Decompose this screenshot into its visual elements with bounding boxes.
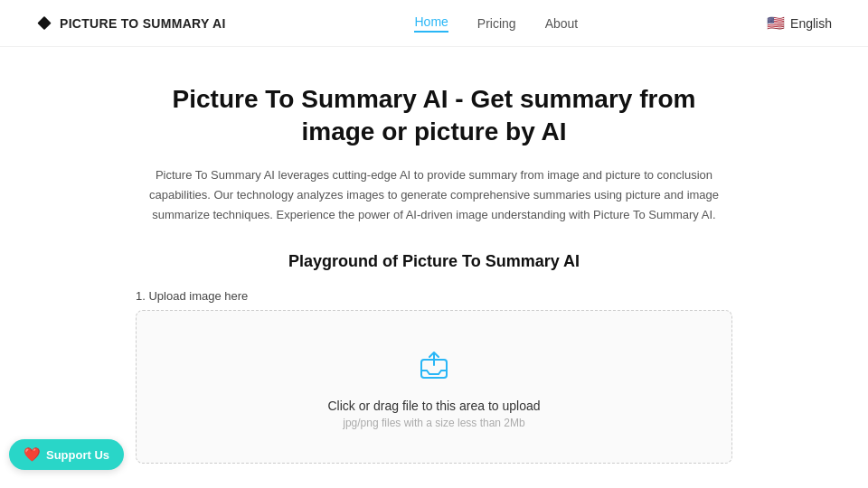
nav-about[interactable]: About: [545, 16, 579, 31]
upload-icon: [414, 345, 454, 388]
svg-rect-0: [37, 15, 51, 29]
nav-links: Home Pricing About: [414, 14, 578, 33]
heart-icon: ❤️: [24, 446, 41, 463]
support-label: Support Us: [46, 448, 109, 462]
upload-label: 1. Upload image here: [136, 289, 732, 303]
logo[interactable]: PICTURE TO SUMMARY AI: [36, 15, 226, 32]
nav-home[interactable]: Home: [414, 14, 448, 33]
hero-description: Picture To Summary AI leverages cutting-…: [136, 165, 732, 225]
hero-title: Picture To Summary AI - Get summary from…: [136, 83, 732, 149]
navbar: PICTURE TO SUMMARY AI Home Pricing About…: [0, 0, 868, 47]
upload-dropzone[interactable]: Click or drag file to this area to uploa…: [136, 310, 732, 464]
nav-pricing[interactable]: Pricing: [477, 16, 516, 31]
flag-icon: 🇺🇸: [767, 14, 785, 32]
support-button[interactable]: ❤️ Support Us: [9, 439, 124, 470]
upload-main-text: Click or drag file to this area to uploa…: [327, 399, 540, 413]
main-content: Picture To Summary AI - Get summary from…: [118, 47, 750, 488]
logo-icon: [36, 15, 52, 32]
language-label: English: [790, 16, 832, 31]
logo-text: PICTURE TO SUMMARY AI: [60, 16, 226, 31]
playground-title: Playground of Picture To Summary AI: [136, 252, 732, 271]
language-selector[interactable]: 🇺🇸 English: [767, 14, 832, 32]
upload-sub-text: jpg/png files with a size less than 2Mb: [343, 417, 524, 429]
